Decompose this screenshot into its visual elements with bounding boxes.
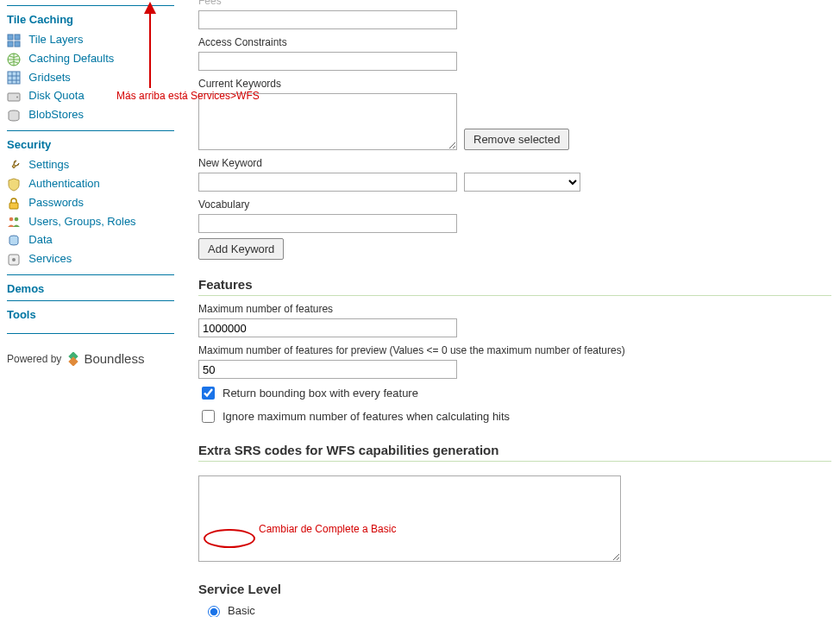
ignore-max-checkbox[interactable]: [202, 410, 215, 423]
add-keyword-button[interactable]: Add Keyword: [198, 238, 284, 260]
extra-srs-textarea[interactable]: [198, 475, 621, 562]
data-icon: [7, 234, 21, 248]
keyword-language-select[interactable]: [464, 173, 580, 192]
sidebar-link-label[interactable]: Tile Layers: [28, 33, 83, 46]
features-heading: Features: [198, 277, 831, 296]
sidebar-link-label[interactable]: Data: [28, 233, 52, 246]
gridset-icon: [7, 71, 21, 85]
svg-point-20: [12, 258, 16, 261]
max-features-input[interactable]: [198, 318, 457, 337]
max-features-preview-label: Maximum number of features for preview (…: [198, 344, 831, 356]
max-features-preview-input[interactable]: [198, 360, 457, 379]
powered-by-label: Powered by: [7, 353, 61, 365]
boundless-icon: [66, 352, 80, 366]
sidebar-group-title: Security: [7, 138, 174, 151]
sidebar-group-tools[interactable]: Tools: [7, 300, 174, 334]
sidebar-item-blobstores[interactable]: BlobStores: [7, 106, 174, 125]
grid-icon: [7, 34, 21, 47]
sidebar-group-title: Tools: [7, 308, 174, 321]
sidebar-item-services[interactable]: Services: [7, 250, 174, 269]
svg-marker-1: [144, 2, 156, 14]
max-features-label: Maximum number of features: [198, 303, 831, 315]
ignore-max-label: Ignore maximum number of features when c…: [223, 410, 510, 423]
svg-rect-4: [8, 41, 13, 47]
annotation-arrow: [144, 2, 156, 88]
sidebar-link-label[interactable]: Passwords: [28, 196, 84, 209]
sidebar-link-label[interactable]: Users, Groups, Roles: [28, 215, 135, 228]
sidebar-link-label[interactable]: Authentication: [28, 177, 99, 190]
return-bbox-checkbox[interactable]: [202, 387, 215, 400]
vocabulary-label: Vocabulary: [198, 198, 831, 211]
disk-icon: [7, 90, 21, 104]
sidebar-item-users-groups-roles[interactable]: Users, Groups, Roles: [7, 213, 174, 232]
svg-point-13: [16, 97, 18, 98]
svg-rect-7: [8, 72, 20, 84]
svg-point-16: [9, 217, 14, 222]
svg-rect-22: [69, 356, 78, 366]
service-level-basic-label: Basic: [228, 604, 255, 617]
fees-input[interactable]: [198, 10, 457, 29]
users-icon: [7, 215, 21, 229]
access-constraints-label: Access Constraints: [198, 36, 831, 48]
boundless-logo: Boundless: [66, 351, 144, 366]
sidebar-group-security: Security Settings Authentication: [7, 130, 174, 269]
sidebar-link-label[interactable]: Caching Defaults: [28, 52, 114, 65]
remove-selected-button[interactable]: Remove selected: [464, 129, 569, 150]
svg-rect-5: [15, 41, 20, 47]
services-icon: [7, 253, 21, 267]
annotation-circle-note: Cambiar de Complete a Basic: [259, 523, 396, 535]
shield-icon: [7, 178, 21, 192]
sidebar-item-settings[interactable]: Settings: [7, 156, 174, 175]
powered-by: Powered by Boundless: [7, 351, 174, 366]
fees-label: Fees: [198, 0, 831, 7]
current-keywords-label: Current Keywords: [198, 78, 831, 90]
sidebar-link-label[interactable]: Disk Quota: [28, 89, 84, 102]
vocabulary-input[interactable]: [198, 214, 457, 233]
brand-name: Boundless: [84, 351, 144, 366]
service-level-basic-radio[interactable]: [208, 606, 220, 617]
sidebar-item-data[interactable]: Data: [7, 231, 174, 250]
annotation-top-note: Más arriba está Services>WFS: [116, 90, 260, 102]
sidebar-group-title: Demos: [7, 282, 174, 295]
service-level-heading: Service Level: [198, 582, 831, 596]
new-keyword-input[interactable]: [198, 173, 457, 192]
svg-rect-2: [8, 35, 13, 40]
wrench-icon: [7, 159, 21, 173]
access-constraints-input[interactable]: [198, 52, 457, 71]
svg-point-17: [15, 217, 19, 222]
sidebar-group-demos[interactable]: Demos: [7, 274, 174, 295]
sidebar-link-label[interactable]: Services: [28, 252, 72, 265]
svg-rect-3: [15, 35, 20, 40]
sidebar-link-label[interactable]: BlobStores: [28, 108, 84, 121]
sidebar-link-label[interactable]: Gridsets: [28, 71, 70, 84]
globe-icon: [7, 53, 21, 66]
new-keyword-label: New Keyword: [198, 157, 831, 169]
lock-icon: [7, 197, 21, 211]
sidebar-link-label[interactable]: Settings: [28, 158, 69, 171]
svg-rect-15: [9, 203, 18, 209]
sidebar-item-passwords[interactable]: Passwords: [7, 194, 174, 213]
extra-srs-heading: Extra SRS codes for WFS capabilities gen…: [198, 443, 831, 462]
return-bbox-label: Return bounding box with every feature: [223, 387, 418, 400]
sidebar-item-authentication[interactable]: Authentication: [7, 175, 174, 194]
blob-icon: [7, 109, 21, 123]
